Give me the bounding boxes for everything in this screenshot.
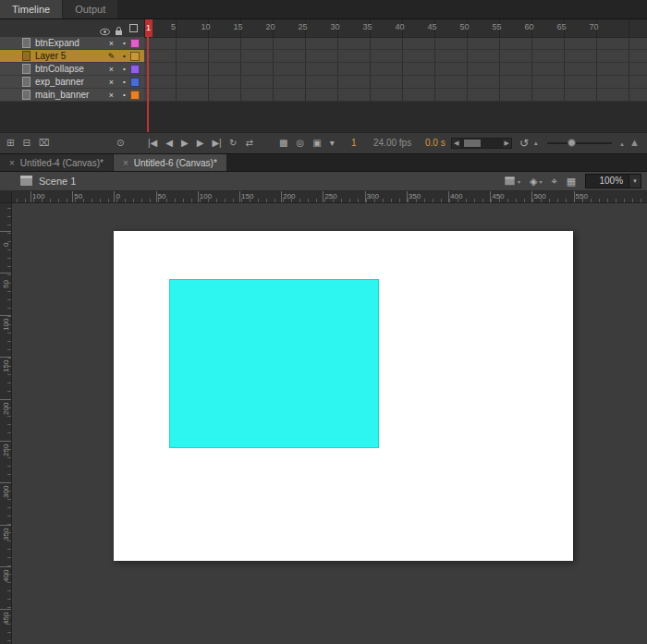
scroll-right-icon[interactable]: ▶ <box>503 140 511 147</box>
ruler-label: 300 <box>367 192 379 200</box>
frame-row[interactable] <box>144 63 647 76</box>
hidden-x-icon[interactable]: × <box>104 39 118 48</box>
zoom-caret-icon[interactable]: ▴ <box>534 133 538 153</box>
elapsed-time-display[interactable]: 0.0 s <box>425 133 446 153</box>
layer-row-main_banner[interactable]: main_banner×• <box>0 89 144 102</box>
ruler-tick <box>0 231 11 232</box>
outline-color-swatch[interactable] <box>130 52 140 61</box>
play-button[interactable]: ▶ <box>181 133 189 153</box>
step-forward-button[interactable]: ▶ <box>197 133 204 153</box>
doc-tab-label: Untitled-6 (Canvas)* <box>134 158 217 168</box>
cyan-rectangle-shape[interactable] <box>169 279 379 448</box>
layer-page-icon <box>22 51 31 61</box>
lock-dot-icon[interactable]: • <box>118 65 130 73</box>
modify-markers-button[interactable]: ▾ <box>330 133 335 153</box>
hidden-x-icon[interactable]: × <box>104 78 118 87</box>
ruler-label: 450 <box>492 192 504 200</box>
ruler-label: 150 <box>2 360 10 372</box>
frame-row[interactable] <box>144 89 647 102</box>
step-back-button[interactable]: ◀ <box>165 133 173 153</box>
clapperboard-icon <box>505 179 514 185</box>
go-first-frame-button[interactable]: |◀ <box>148 133 157 153</box>
outline-column-icon[interactable] <box>129 24 138 32</box>
scroll-left-icon[interactable]: ◀ <box>452 140 460 147</box>
onion-skin-button[interactable]: ▩ <box>279 133 287 153</box>
frame-grid[interactable] <box>144 37 647 133</box>
ruler-label: 200 <box>2 402 10 414</box>
stage[interactable] <box>114 231 573 561</box>
zoom-slider-handle[interactable] <box>568 139 576 147</box>
pencil-icon[interactable]: ✎ <box>104 52 118 61</box>
lock-dot-icon[interactable]: • <box>118 52 130 60</box>
ruler-label: 0 <box>2 243 10 247</box>
layer-controls-header <box>0 19 145 38</box>
zoom-control[interactable]: 100% ▼ <box>585 174 641 188</box>
ruler-label: 150 <box>241 192 253 200</box>
playhead-line[interactable] <box>147 37 149 133</box>
ruler-tick <box>0 482 11 483</box>
edit-symbols-button[interactable]: ◈▾ <box>530 176 542 188</box>
ruler-tick <box>0 357 11 358</box>
ruler-label: 450 <box>2 612 10 624</box>
edit-bar: Scene 1 ▾ ◈▾ ⌖ ▦ 100% ▼ <box>0 172 647 191</box>
frame-ruler[interactable]: 1 510152025303540455055606570 <box>144 19 647 38</box>
tab-timeline[interactable]: Timeline <box>0 0 62 18</box>
frame-rate-display[interactable]: 24.00 fps <box>373 133 411 153</box>
scroll-track[interactable] <box>460 139 502 148</box>
lock-dot-icon[interactable]: • <box>118 78 130 86</box>
outline-color-swatch[interactable] <box>130 65 140 74</box>
outline-color-swatch[interactable] <box>130 39 140 48</box>
frame-number: 45 <box>427 22 436 31</box>
layer-name-label: btnExpand <box>35 37 104 49</box>
tab-output[interactable]: Output <box>63 0 117 18</box>
timeline-scrollbar[interactable]: ◀ ▶ <box>451 138 512 149</box>
outline-color-swatch[interactable] <box>130 78 140 87</box>
edit-scene-button[interactable]: ▾ <box>504 176 520 186</box>
ruler-label: 50 <box>2 280 10 288</box>
layer-row-exp_banner[interactable]: exp_banner×• <box>0 76 144 89</box>
frame-number: 50 <box>459 22 469 31</box>
current-frame-display[interactable]: 1 <box>351 133 357 153</box>
frame-row[interactable] <box>144 37 647 50</box>
frame-number: 10 <box>201 22 210 31</box>
frame-row[interactable] <box>144 76 647 89</box>
frame-range-button[interactable]: ⇄ <box>245 133 252 153</box>
onion-skin-outlines-button[interactable]: ◎ <box>296 133 304 153</box>
center-frame-button[interactable]: ⊙ <box>116 133 124 153</box>
doc-tab-untitled-6[interactable]: × Untitled-6 (Canvas)* <box>114 154 226 171</box>
delete-layer-button[interactable]: ⌧ <box>39 133 50 153</box>
edit-multiple-frames-button[interactable]: ▣ <box>312 133 321 153</box>
layer-name-label: Layer 5 <box>35 50 104 62</box>
reset-timeline-zoom-icon[interactable]: ↺ <box>519 133 529 153</box>
go-last-frame-button[interactable]: ▶| <box>212 133 221 153</box>
frame-row[interactable] <box>144 50 647 63</box>
lock-dot-icon[interactable]: • <box>118 39 130 47</box>
grid-button[interactable]: ▦ <box>567 176 576 188</box>
layer-row-btnexpand[interactable]: btnExpand×• <box>0 37 144 50</box>
timeline-zoom-slider[interactable] <box>547 142 612 144</box>
close-icon[interactable]: × <box>9 158 15 168</box>
scene-name[interactable]: Scene 1 <box>39 176 76 187</box>
zoom-dropdown-icon[interactable]: ▼ <box>629 175 641 188</box>
zoom-out-frames-icon[interactable]: ▲ <box>619 141 625 147</box>
layer-row-layer-5[interactable]: Layer 5✎• <box>0 50 144 63</box>
new-folder-button[interactable]: ⊟ <box>22 133 30 153</box>
new-layer-button[interactable]: ⊞ <box>6 133 14 153</box>
hidden-x-icon[interactable]: × <box>104 91 118 100</box>
stage-viewport[interactable]: 10050050100150200250300350400450500550 0… <box>0 191 647 644</box>
center-stage-button[interactable]: ⌖ <box>551 176 556 188</box>
outline-color-swatch[interactable] <box>130 91 140 100</box>
zoom-in-frames-icon[interactable]: ▲ <box>629 137 640 148</box>
frame-number: 25 <box>298 22 307 31</box>
close-icon[interactable]: × <box>123 158 128 168</box>
layer-row-btncollapse[interactable]: btnCollapse×• <box>0 63 144 76</box>
doc-tab-label: Untitled-4 (Canvas)* <box>20 158 104 168</box>
scroll-handle[interactable] <box>464 140 481 147</box>
ruler-label: 50 <box>74 192 82 200</box>
doc-tab-untitled-4[interactable]: × Untitled-4 (Canvas)* <box>0 154 113 171</box>
frame-number: 40 <box>395 22 404 31</box>
lock-dot-icon[interactable]: • <box>118 91 130 99</box>
playhead-marker[interactable]: 1 <box>144 19 153 37</box>
loop-playback-button[interactable]: ↻ <box>229 133 237 153</box>
hidden-x-icon[interactable]: × <box>104 65 118 74</box>
